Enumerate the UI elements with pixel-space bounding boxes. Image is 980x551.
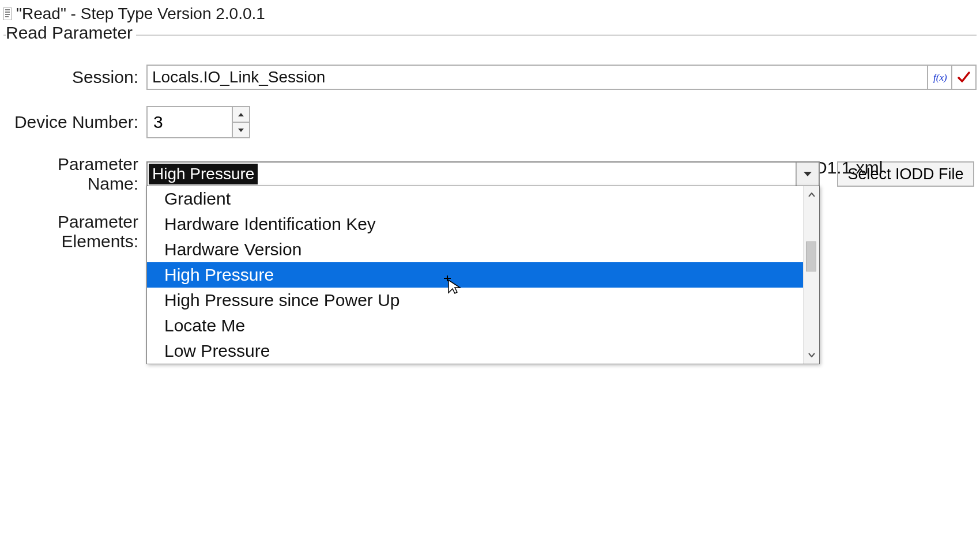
- parameter-name-selected: High Pressure: [149, 164, 258, 184]
- expression-browse-button[interactable]: f(x): [928, 65, 952, 90]
- device-number-value: 3: [153, 112, 163, 132]
- dropdown-item[interactable]: Low Pressure: [147, 338, 803, 364]
- parameter-name-label: Parameter Name:: [3, 154, 146, 194]
- scrollbar-down-icon[interactable]: [804, 349, 819, 361]
- device-number-row: Device Number: 3: [3, 106, 977, 138]
- groupbox-legend: Read Parameter: [6, 23, 136, 43]
- dropdown-item[interactable]: High Pressure: [147, 262, 803, 288]
- device-number-label: Device Number:: [3, 112, 146, 132]
- dropdown-item[interactable]: Hardware Identification Key: [147, 212, 803, 237]
- window-title: "Read" - Step Type Version 2.0.0.1: [16, 5, 265, 23]
- parameter-elements-label: Parameter Elements:: [3, 210, 146, 251]
- dropdown-item[interactable]: Hardware Version: [147, 237, 803, 262]
- window-titlebar: "Read" - Step Type Version 2.0.0.1: [0, 0, 980, 28]
- scrollbar-thumb[interactable]: [806, 241, 816, 271]
- app-icon: [3, 7, 12, 20]
- expression-check-button[interactable]: [952, 65, 977, 90]
- dropdown-item[interactable]: Locate Me: [147, 313, 803, 338]
- svg-text:f(x): f(x): [933, 72, 947, 83]
- device-number-down-button[interactable]: [233, 123, 250, 138]
- dropdown-scrollbar[interactable]: [803, 186, 819, 364]
- read-parameter-group: Read Parameter Session: Locals.IO_Link_S…: [3, 35, 977, 335]
- session-input[interactable]: Locals.IO_Link_Session: [146, 65, 928, 90]
- parameter-name-combobox[interactable]: High Pressure: [146, 161, 820, 187]
- session-row: Session: Locals.IO_Link_Session f(x): [3, 65, 977, 90]
- device-number-input[interactable]: 3: [146, 106, 233, 138]
- session-value: Locals.IO_Link_Session: [152, 68, 325, 86]
- parameter-name-dropdown: GradientHardware Identification KeyHardw…: [146, 186, 820, 364]
- dropdown-item[interactable]: Gradient: [147, 186, 803, 212]
- session-label: Session:: [3, 67, 146, 87]
- device-number-up-button[interactable]: [233, 106, 250, 123]
- dropdown-item[interactable]: High Pressure since Power Up: [147, 288, 803, 313]
- combobox-arrow-button[interactable]: [796, 163, 819, 186]
- scrollbar-up-icon[interactable]: [804, 188, 819, 201]
